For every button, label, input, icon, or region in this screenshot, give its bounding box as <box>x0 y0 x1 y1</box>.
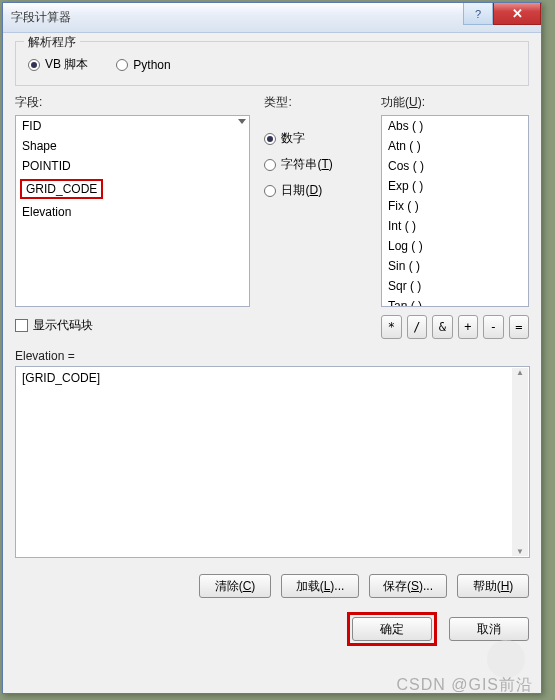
parser-python-radio[interactable]: Python <box>116 56 170 73</box>
type-string-label: 字符串(T) <box>281 156 332 173</box>
type-column: 类型: 数字 字符串(T) 日期(D) <box>264 94 367 339</box>
clear-button[interactable]: 清除(C) <box>199 574 271 598</box>
type-string-radio[interactable]: 字符串(T) <box>264 156 367 173</box>
type-label: 类型: <box>264 94 367 111</box>
load-button[interactable]: 加载(L)... <box>281 574 359 598</box>
cancel-button[interactable]: 取消 <box>449 617 529 641</box>
expression-text: [GRID_CODE] <box>22 371 100 385</box>
op-equals-button[interactable]: = <box>509 315 530 339</box>
operator-row: * / & + - = <box>381 315 529 339</box>
highlight-box: 确定 <box>347 612 437 646</box>
op-and-button[interactable]: & <box>432 315 453 339</box>
type-date-label: 日期(D) <box>281 182 322 199</box>
codeblock-checkbox[interactable]: 显示代码块 <box>15 317 250 334</box>
window-controls: ? ✕ <box>463 3 541 25</box>
radio-icon <box>28 59 40 71</box>
op-plus-button[interactable]: + <box>458 315 479 339</box>
action-row: 清除(C) 加载(L)... 保存(S)... 帮助(H) <box>15 574 529 598</box>
list-item[interactable]: Elevation <box>16 202 249 222</box>
parser-label: 解析程序 <box>24 34 80 51</box>
list-item[interactable]: Tan ( ) <box>382 296 528 307</box>
list-item[interactable]: Fix ( ) <box>382 196 528 216</box>
list-item[interactable]: GRID_CODE <box>16 176 249 202</box>
save-button[interactable]: 保存(S)... <box>369 574 447 598</box>
list-item[interactable]: Log ( ) <box>382 236 528 256</box>
op-divide-button[interactable]: / <box>407 315 428 339</box>
parser-vb-radio[interactable]: VB 脚本 <box>28 56 88 73</box>
type-number-label: 数字 <box>281 130 305 147</box>
list-item[interactable]: FID <box>16 116 249 136</box>
list-item[interactable]: Sin ( ) <box>382 256 528 276</box>
window-title: 字段计算器 <box>11 9 71 26</box>
expression-input[interactable]: [GRID_CODE] <box>15 366 530 558</box>
parser-frame: 解析程序 VB 脚本 Python <box>15 41 529 86</box>
close-icon[interactable]: ✕ <box>493 3 541 25</box>
expression-label: Elevation = <box>15 349 529 363</box>
list-item[interactable]: Atn ( ) <box>382 136 528 156</box>
functions-listbox[interactable]: Abs ( ) Atn ( ) Cos ( ) Exp ( ) Fix ( ) … <box>381 115 529 307</box>
list-item[interactable]: POINTID <box>16 156 249 176</box>
type-date-radio[interactable]: 日期(D) <box>264 182 367 199</box>
radio-icon <box>264 185 276 197</box>
functions-label: 功能(U): <box>381 94 529 111</box>
scrollbar[interactable] <box>512 368 528 556</box>
list-item[interactable]: Int ( ) <box>382 216 528 236</box>
codeblock-label: 显示代码块 <box>33 317 93 334</box>
functions-column: 功能(U): Abs ( ) Atn ( ) Cos ( ) Exp ( ) F… <box>381 94 529 339</box>
parser-python-label: Python <box>133 58 170 72</box>
dropdown-icon[interactable] <box>238 119 246 124</box>
ok-button[interactable]: 确定 <box>352 617 432 641</box>
fields-column: 字段: FID Shape POINTID GRID_CODE Elevatio… <box>15 94 250 339</box>
list-item[interactable]: Abs ( ) <box>382 116 528 136</box>
radio-icon <box>116 59 128 71</box>
list-item[interactable]: Sqr ( ) <box>382 276 528 296</box>
op-minus-button[interactable]: - <box>483 315 504 339</box>
fields-label: 字段: <box>15 94 250 111</box>
help-button[interactable]: 帮助(H) <box>457 574 529 598</box>
commit-row: 确定 取消 <box>15 612 529 646</box>
field-calculator-window: 字段计算器 ? ✕ 解析程序 VB 脚本 Python 字段: <box>2 2 542 694</box>
fields-listbox[interactable]: FID Shape POINTID GRID_CODE Elevation <box>15 115 250 307</box>
type-number-radio[interactable]: 数字 <box>264 130 367 147</box>
list-item[interactable]: Cos ( ) <box>382 156 528 176</box>
help-icon[interactable]: ? <box>463 3 493 25</box>
titlebar[interactable]: 字段计算器 ? ✕ <box>3 3 541 33</box>
highlight-box: GRID_CODE <box>20 179 103 199</box>
op-multiply-button[interactable]: * <box>381 315 402 339</box>
dialog-body: 解析程序 VB 脚本 Python 字段: FID Shape <box>3 33 541 654</box>
parser-vb-label: VB 脚本 <box>45 56 88 73</box>
radio-icon <box>264 133 276 145</box>
radio-icon <box>264 159 276 171</box>
list-item[interactable]: Exp ( ) <box>382 176 528 196</box>
checkbox-icon <box>15 319 28 332</box>
list-item[interactable]: Shape <box>16 136 249 156</box>
